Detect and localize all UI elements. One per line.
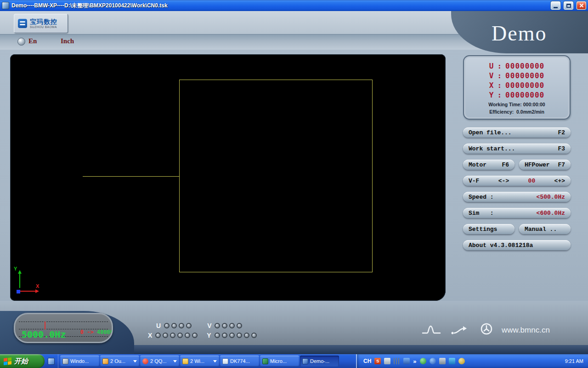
start-button[interactable]: 开始: [0, 354, 45, 368]
about-label: About v4.3.081218a: [469, 242, 533, 249]
taskbar: 开始 Windo... 2 Ou... 2 QQ... 2 Wi...: [0, 354, 588, 368]
pulse-wave-icon[interactable]: [422, 324, 441, 336]
show-desktop-icon[interactable]: [48, 358, 55, 365]
indicator-x-dots: [155, 333, 198, 338]
colon: :: [497, 61, 502, 71]
colon: :: [497, 80, 502, 90]
sim-value: <600.0Hz: [537, 210, 565, 217]
document-icon: [222, 358, 228, 364]
motor-button[interactable]: Motor F6: [463, 160, 514, 170]
tray-overflow-chevron[interactable]: »: [413, 358, 416, 365]
indicator-dot: [251, 333, 257, 338]
network-icon[interactable]: [449, 358, 455, 364]
workpiece-rectangle: [179, 80, 373, 272]
settings-button[interactable]: Settings: [463, 224, 514, 234]
volume-icon[interactable]: [458, 358, 465, 364]
sogou-ime-icon[interactable]: S: [374, 358, 381, 364]
task-excel[interactable]: Micro...: [260, 356, 299, 367]
indicator-u-label: U: [156, 322, 161, 329]
motor-label: Motor: [469, 161, 486, 168]
axis-x-value: 00000000: [505, 80, 544, 90]
indicator-dot: [170, 333, 175, 338]
axis-y-label: Y: [489, 90, 494, 100]
language-globe-icon[interactable]: [17, 38, 25, 46]
hfpower-button[interactable]: HFPower F7: [519, 160, 571, 170]
axis-readout-u: U:00000000: [464, 61, 570, 71]
ime-toolbar-icon[interactable]: [403, 358, 410, 364]
y-axis-arrow-icon: [19, 271, 20, 288]
website-link[interactable]: www.bmnc.cn: [502, 326, 550, 335]
indicator-dot: [163, 333, 168, 338]
drawing-canvas[interactable]: Y X: [10, 54, 446, 301]
manual-label: Manual ..: [525, 226, 557, 233]
close-button[interactable]: [577, 1, 586, 10]
keyboard-icon[interactable]: [394, 358, 400, 364]
freq-current-value: 5000.0Hz: [22, 329, 66, 340]
task-label: Demo-...: [310, 358, 329, 364]
language-indicator[interactable]: CH: [363, 358, 371, 364]
vf-label: V-F: [469, 178, 479, 184]
axis-u-value: 00000000: [505, 61, 544, 71]
app-window: 宝玛数控 SUZHOU BAOMA En Inch Demo Y X U: [0, 11, 588, 354]
screen: Demo----BMW-XP----D:\未整理\BMXP20100422\Wo…: [0, 0, 588, 368]
indicator-dot: [192, 333, 198, 338]
usb-device-icon[interactable]: [439, 358, 446, 364]
open-file-button[interactable]: Open file... F2: [463, 127, 571, 138]
unit-toggle[interactable]: Inch: [61, 37, 74, 45]
messenger-icon[interactable]: [430, 358, 436, 364]
manual-button[interactable]: Manual ..: [519, 224, 571, 234]
indicator-x-label: X: [148, 332, 152, 339]
indicator-dot: [215, 323, 220, 328]
sim-button[interactable]: Sim : <600.0Hz: [463, 208, 571, 218]
window-title: Demo----BMW-XP----D:\未整理\BMXP20100422\Wo…: [11, 2, 548, 10]
system-tray: CH S » 9:21 AM: [356, 354, 588, 368]
task-label: 2 QQ...: [150, 358, 166, 364]
freq-marker: [45, 322, 45, 329]
speed-label: Speed :: [469, 194, 494, 201]
freq-gridline: [19, 322, 108, 322]
axis-readout-v: V:00000000: [464, 71, 570, 80]
vf-increase-button[interactable]: <+>: [554, 178, 565, 184]
vf-decrease-button[interactable]: <->: [498, 178, 509, 184]
logo-text-en: SUZHOU BAOMA: [30, 26, 57, 29]
freq-gridline: [19, 343, 108, 343]
group-arrow-icon: [133, 360, 137, 364]
task-explorer-group[interactable]: 2 Wi...: [180, 356, 219, 367]
indicator-y-label: Y: [207, 332, 211, 339]
brand-logo-button[interactable]: 宝玛数控 SUZHOU BAOMA: [14, 14, 68, 33]
open-file-hotkey: F2: [558, 129, 565, 136]
speed-button[interactable]: Speed : <500.0Hz: [463, 192, 571, 202]
demo-app-icon: [302, 358, 308, 364]
task-label: 2 Wi...: [190, 358, 204, 364]
about-button[interactable]: About v4.3.081218a: [463, 240, 571, 250]
transfer-arrows-icon[interactable]: [450, 326, 468, 336]
work-start-button[interactable]: Work start... F3: [463, 144, 571, 154]
task-window[interactable]: Windo...: [60, 356, 99, 367]
rotation-icon[interactable]: [480, 322, 493, 336]
task-demo-active[interactable]: Demo-...: [300, 356, 339, 367]
group-arrow-icon: [173, 360, 177, 364]
freq-range-from: 0 ->: [80, 329, 94, 335]
maximize-button[interactable]: [564, 1, 573, 10]
app-icon: [2, 2, 9, 9]
indicator-dot: [229, 323, 235, 328]
task-qq-group[interactable]: 2 QQ...: [140, 356, 179, 367]
settings-label: Settings: [469, 226, 497, 233]
indicator-row-xy: X Y: [148, 332, 257, 339]
axis-y-value: 00000000: [505, 90, 544, 100]
task-buttons: Windo... 2 Ou... 2 QQ... 2 Wi... DK774..…: [58, 354, 339, 368]
open-file-label: Open file...: [469, 129, 512, 136]
sim-label: Sim :: [469, 210, 494, 217]
indicator-dot: [179, 323, 184, 328]
windows-flag-icon: [4, 357, 11, 365]
coordinate-display: U:00000000 V:00000000 X:00000000 Y:00000…: [463, 55, 571, 120]
lead-in-line: [83, 176, 179, 177]
task-outlook-group[interactable]: 2 Ou...: [100, 356, 139, 367]
indicator-dot: [215, 333, 220, 338]
indicator-u-dots: [164, 323, 192, 328]
language-toggle[interactable]: En: [28, 37, 37, 45]
minimize-button[interactable]: [551, 1, 560, 10]
task-document[interactable]: DK774...: [220, 356, 259, 367]
antivirus-icon[interactable]: [420, 358, 426, 364]
pen-input-icon[interactable]: [384, 358, 390, 364]
